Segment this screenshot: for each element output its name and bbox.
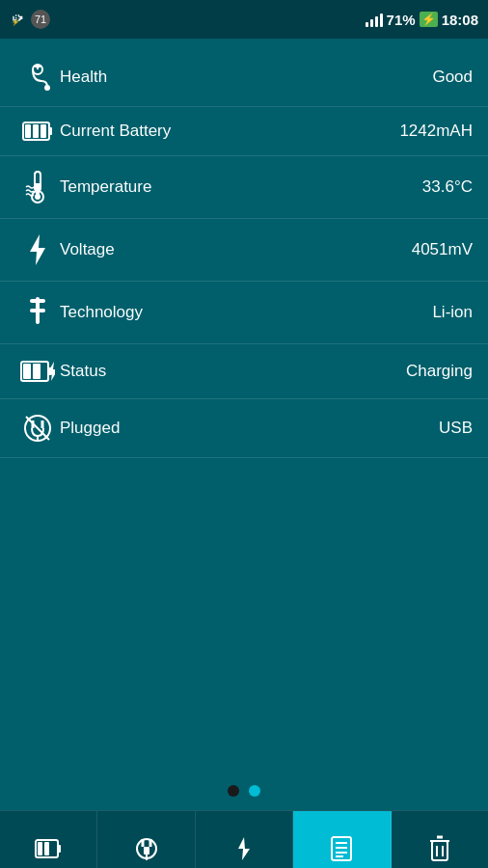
- usb-icon: ⚡: [10, 12, 25, 27]
- current-battery-value: 1242mAH: [399, 122, 473, 141]
- health-icon: [15, 62, 60, 93]
- voltage-label: Voltage: [60, 240, 412, 259]
- status-row: Status Charging: [0, 344, 488, 399]
- page-indicators: [0, 772, 488, 810]
- page-dot-1[interactable]: [228, 785, 239, 797]
- svg-text:⚡: ⚡: [12, 17, 20, 26]
- plugged-row: Plugged USB: [0, 399, 488, 458]
- bottom-nav: Battery Charge Mode: [0, 810, 488, 868]
- status-bar: ⚡ 71 71% ⚡ 18:08: [0, 0, 488, 39]
- nav-item-task-killer[interactable]: Task Killer: [392, 811, 488, 868]
- svg-rect-9: [41, 124, 46, 138]
- battery-nav-icon: [35, 838, 62, 859]
- technology-label: Technology: [60, 303, 432, 322]
- svg-point-13: [35, 194, 41, 200]
- svg-rect-6: [49, 127, 52, 135]
- technology-row: Technology Li-ion: [0, 282, 488, 344]
- health-row: Health Good: [0, 48, 488, 107]
- signal-icon: [366, 12, 383, 27]
- task-killer-nav-icon: [428, 835, 451, 862]
- plugged-label: Plugged: [60, 419, 439, 438]
- page-dot-2[interactable]: [249, 785, 260, 797]
- svg-rect-21: [33, 364, 41, 379]
- current-battery-label: Current Battery: [60, 122, 399, 141]
- time-display: 18:08: [442, 12, 478, 28]
- health-value: Good: [432, 68, 473, 87]
- svg-marker-14: [30, 234, 45, 265]
- voltage-icon: [15, 232, 60, 267]
- main-content: Health Good Current Battery 1242mAH: [0, 39, 488, 772]
- status-label: Status: [60, 362, 406, 381]
- battery-percent: 71%: [387, 12, 416, 28]
- svg-rect-30: [38, 842, 42, 855]
- voltage-row: Voltage 4051mV: [0, 219, 488, 282]
- temperature-icon: [15, 170, 60, 204]
- svg-rect-12: [36, 183, 40, 195]
- status-left: ⚡ 71: [10, 10, 50, 29]
- notification-badge: 71: [31, 10, 50, 29]
- svg-rect-8: [33, 124, 39, 138]
- mode-nav-icon: [230, 835, 258, 862]
- details-nav-icon: [330, 835, 353, 862]
- svg-rect-31: [44, 842, 49, 855]
- temperature-row: Temperature 33.6°C: [0, 156, 488, 219]
- nav-item-mode[interactable]: Mode: [196, 811, 293, 868]
- notification-count: 71: [35, 14, 46, 25]
- svg-rect-7: [25, 124, 31, 138]
- nav-item-battery[interactable]: Battery: [0, 811, 97, 868]
- current-battery-row: Current Battery 1242mAH: [0, 107, 488, 156]
- charge-nav-icon: [135, 835, 158, 862]
- svg-marker-37: [238, 837, 250, 860]
- svg-rect-36: [144, 847, 149, 854]
- health-label: Health: [60, 68, 432, 87]
- svg-rect-16: [30, 299, 45, 303]
- current-battery-icon: [15, 121, 60, 142]
- voltage-value: 4051mV: [412, 240, 473, 259]
- technology-icon: [15, 295, 60, 330]
- svg-rect-43: [432, 841, 447, 860]
- temperature-label: Temperature: [60, 177, 422, 197]
- battery-charging-icon: ⚡: [420, 12, 438, 27]
- technology-value: Li-ion: [432, 303, 473, 322]
- svg-rect-20: [23, 364, 31, 379]
- status-right: 71% ⚡ 18:08: [366, 12, 478, 28]
- svg-rect-29: [58, 845, 61, 853]
- nav-item-details[interactable]: Details: [293, 811, 391, 868]
- svg-rect-17: [30, 309, 45, 312]
- svg-point-2: [44, 85, 50, 91]
- plugged-value: USB: [439, 419, 473, 438]
- temperature-value: 33.6°C: [422, 177, 473, 197]
- plugged-icon: [15, 413, 60, 444]
- status-icon: [15, 358, 60, 385]
- nav-item-charge[interactable]: Charge: [97, 811, 195, 868]
- status-value: Charging: [406, 362, 473, 381]
